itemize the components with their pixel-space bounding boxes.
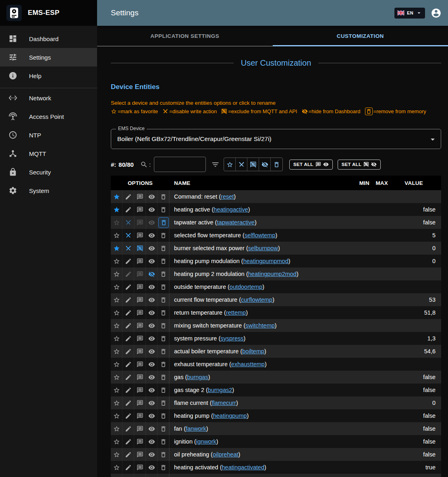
table-row[interactable]: gas (burngas) false xyxy=(111,371,441,384)
entity-link[interactable]: heatingactivated xyxy=(222,464,265,471)
delete-icon[interactable] xyxy=(158,435,169,448)
entity-link[interactable]: fanwork xyxy=(186,425,206,432)
sidebar-item-ntp[interactable]: NTP xyxy=(0,126,97,144)
delete-icon[interactable] xyxy=(158,396,169,409)
account-icon[interactable] xyxy=(431,8,442,19)
favorite-star-icon[interactable] xyxy=(111,358,122,371)
delete-icon[interactable] xyxy=(158,371,169,384)
eye-icon[interactable] xyxy=(146,358,158,371)
favorite-star-icon[interactable] xyxy=(111,345,122,358)
filter-icon[interactable] xyxy=(211,160,220,169)
delete-icon[interactable] xyxy=(158,474,169,477)
favorite-toggle-button[interactable] xyxy=(224,158,236,171)
eye-icon[interactable] xyxy=(146,422,158,435)
hide-icon[interactable] xyxy=(146,268,158,280)
favorite-star-icon[interactable] xyxy=(111,242,122,255)
sidebar-item-security[interactable]: Security xyxy=(0,163,97,181)
eye-icon[interactable] xyxy=(146,190,158,203)
comment-icon[interactable] xyxy=(134,448,146,461)
eye-icon[interactable] xyxy=(146,448,158,461)
table-row[interactable]: ignition (ignwork) false xyxy=(111,435,441,448)
comment-icon[interactable] xyxy=(134,306,146,319)
comment-icon[interactable] xyxy=(135,216,146,229)
entity-link[interactable]: heatingpump xyxy=(213,413,247,419)
delete-icon[interactable] xyxy=(158,280,169,293)
eye-icon[interactable] xyxy=(146,242,158,255)
edit-icon[interactable] xyxy=(122,293,134,306)
eye-icon[interactable] xyxy=(146,345,158,358)
table-row[interactable]: heating pump modulation (heatingpumpmod)… xyxy=(111,255,441,268)
comment-icon[interactable] xyxy=(134,422,146,435)
delete-icon[interactable] xyxy=(158,203,169,216)
favorite-star-icon[interactable] xyxy=(111,332,122,345)
eye-icon[interactable] xyxy=(146,306,158,319)
edit-icon[interactable] xyxy=(122,332,134,345)
delete-icon[interactable] xyxy=(158,268,169,280)
entity-link[interactable]: reset xyxy=(221,193,234,200)
delete-icon[interactable] xyxy=(158,422,169,435)
entity-link[interactable]: flamecurr xyxy=(212,400,236,406)
edit-icon[interactable] xyxy=(122,409,134,422)
comment-icon[interactable] xyxy=(134,474,146,477)
favorite-star-icon[interactable] xyxy=(111,396,122,409)
exclude-mqtt-icon[interactable] xyxy=(134,242,146,255)
edit-icon[interactable] xyxy=(122,268,134,280)
delete-icon[interactable] xyxy=(158,409,169,422)
table-row[interactable]: outside temperature (outdoortemp) xyxy=(111,280,441,293)
edit-icon[interactable] xyxy=(122,345,134,358)
comment-icon[interactable] xyxy=(134,409,146,422)
table-row[interactable]: heating activated (heatingactivated) tru… xyxy=(111,461,441,474)
entity-link[interactable]: rettemp xyxy=(226,309,246,316)
favorite-star-icon[interactable] xyxy=(111,422,122,435)
edit-icon[interactable] xyxy=(122,384,134,396)
eye-icon[interactable] xyxy=(146,216,158,229)
entity-link[interactable]: ignwork xyxy=(196,438,216,445)
eye-icon[interactable] xyxy=(146,293,158,306)
comment-icon[interactable] xyxy=(134,255,146,268)
entity-link[interactable]: selflowtemp xyxy=(245,232,276,238)
favorite-star-icon[interactable] xyxy=(111,435,122,448)
eye-icon[interactable] xyxy=(146,371,158,384)
delete-icon[interactable] xyxy=(158,384,169,396)
table-row[interactable] xyxy=(111,474,441,477)
favorite-star-icon[interactable] xyxy=(111,384,122,396)
delete-icon[interactable] xyxy=(158,448,169,461)
eye-icon[interactable] xyxy=(146,435,158,448)
comment-icon[interactable] xyxy=(134,461,146,474)
set-all-show-button[interactable]: SET ALL xyxy=(289,160,333,170)
disable-write-icon[interactable] xyxy=(122,229,134,242)
eye-icon[interactable] xyxy=(146,474,158,477)
table-row[interactable]: actual boiler temperature (boiltemp) 54,… xyxy=(111,345,441,358)
delete-icon[interactable] xyxy=(158,319,169,332)
eye-icon[interactable] xyxy=(146,319,158,332)
delete-icon[interactable] xyxy=(158,332,169,345)
table-row[interactable]: fan (fanwork) false xyxy=(111,422,441,435)
set-all-hide-button[interactable]: SET ALL xyxy=(338,160,381,170)
comment-icon[interactable] xyxy=(134,358,146,371)
eye-icon[interactable] xyxy=(146,384,158,396)
eye-icon[interactable] xyxy=(146,461,158,474)
favorite-star-icon[interactable] xyxy=(111,409,122,422)
edit-icon[interactable] xyxy=(122,461,134,474)
delete-icon[interactable] xyxy=(158,255,169,268)
edit-icon[interactable] xyxy=(122,319,134,332)
table-row[interactable]: Command: reset (reset) xyxy=(111,190,441,203)
favorite-star-icon[interactable] xyxy=(111,371,122,384)
delete-icon[interactable] xyxy=(158,242,169,255)
disable-write-icon[interactable] xyxy=(122,216,134,229)
sidebar-item-network[interactable]: Network xyxy=(0,89,97,107)
favorite-star-icon[interactable] xyxy=(111,190,122,203)
eye-icon[interactable] xyxy=(146,396,158,409)
sidebar-item-system[interactable]: System xyxy=(0,181,97,200)
sidebar-item-dashboard[interactable]: Dashboard xyxy=(0,29,97,48)
ems-device-select[interactable]: EMS Device Boiler (Nefit GBx72/Trendline… xyxy=(111,129,441,149)
remove-toggle-button[interactable] xyxy=(271,158,282,171)
table-row[interactable]: system pressure (syspress) 1,3 xyxy=(111,332,441,345)
edit-icon[interactable] xyxy=(122,474,134,477)
comment-icon[interactable] xyxy=(134,332,146,345)
favorite-star-icon[interactable] xyxy=(111,306,122,319)
tab-application-settings[interactable]: APPLICATION SETTINGS xyxy=(97,26,273,46)
entity-link[interactable]: syspress xyxy=(220,335,243,342)
entity-link[interactable]: heatingpumpmod xyxy=(243,258,288,264)
delete-icon[interactable] xyxy=(158,358,169,371)
